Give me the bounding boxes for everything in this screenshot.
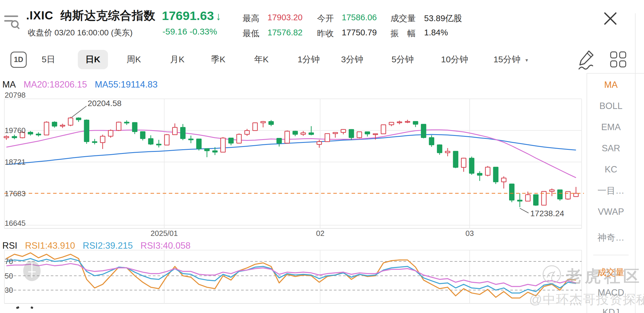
stat-label-最高: 最高 — [243, 13, 259, 24]
x-axis-label: 03 — [446, 229, 493, 238]
stat-value-今开: 17586.06 — [342, 13, 377, 22]
stat-value-振 幅: 1.84% — [424, 28, 448, 37]
indicator-BOLL[interactable]: BOLL — [587, 101, 635, 111]
y-axis-label: 17683 — [5, 189, 26, 198]
kline-chart[interactable] — [0, 0, 644, 313]
stat-label-成交量: 成交量 — [390, 13, 416, 24]
stat-label-最低: 最低 — [243, 28, 259, 39]
annotation-low: 17238.24 — [530, 209, 564, 218]
sub-indicator-成交量[interactable]: 成交量 — [587, 266, 635, 279]
trading-app-window: .IXIC 纳斯达克综合指数 收盘价 03/20 16:00:00 (美东) 1… — [0, 0, 644, 313]
indicator-KC[interactable]: KC — [587, 164, 635, 175]
indicator-MA[interactable]: MA — [587, 80, 635, 90]
indicator-VWAP[interactable]: VWAP — [587, 207, 635, 217]
y-axis-label: 16645 — [5, 219, 26, 228]
sub-indicator-MACD[interactable]: MACD — [587, 287, 635, 298]
x-axis-label: 02 — [297, 229, 343, 238]
indicator-一目…[interactable]: 一目… — [587, 185, 635, 197]
tab-5日[interactable]: 5日 — [34, 50, 63, 69]
annotation-high: 20204.58 — [88, 99, 122, 108]
stat-value-成交量: 53.89亿股 — [424, 13, 462, 24]
indicator-神奇…[interactable]: 神奇… — [587, 232, 635, 244]
tab-15分钟[interactable]: 15分钟▼ — [486, 50, 536, 69]
tab-季K[interactable]: 季K — [203, 50, 233, 69]
sub-indicator-KDJ[interactable]: KDJ — [587, 307, 635, 313]
stat-value-最高: 17903.20 — [267, 13, 303, 22]
stat-label-昨收: 昨收 — [317, 28, 334, 39]
y-axis-label: 20798 — [5, 91, 26, 99]
stat-value-最低: 17576.82 — [267, 28, 303, 37]
y-axis-label: 19760 — [5, 126, 26, 135]
y-axis-label: 18721 — [5, 158, 26, 166]
chevron-down-icon: ▼ — [524, 58, 529, 63]
rsi-axis-label: 30 — [5, 286, 13, 294]
tab-3分钟[interactable]: 3分钟 — [334, 50, 371, 69]
indicator-SAR[interactable]: SAR — [587, 143, 635, 154]
indicator-EMA[interactable]: EMA — [587, 122, 635, 132]
tab-周K[interactable]: 周K — [119, 50, 149, 69]
stat-label-今开: 今开 — [317, 13, 334, 24]
x-axis-label: 2025/01 — [141, 229, 187, 238]
rsi-axis-label: 50 — [5, 272, 13, 280]
tab-日K[interactable]: 日K — [78, 50, 108, 69]
indicator-group-divider — [593, 255, 629, 255]
tab-5分钟[interactable]: 5分钟 — [384, 50, 422, 69]
rsi-axis-label: 70 — [5, 257, 13, 266]
tab-10分钟[interactable]: 10分钟 — [433, 50, 475, 69]
tab-1分钟[interactable]: 1分钟 — [290, 50, 328, 69]
tab-年K[interactable]: 年K — [247, 50, 276, 69]
stat-value-昨收: 17750.79 — [342, 28, 377, 37]
stat-label-振 幅: 振 幅 — [390, 28, 416, 39]
tab-月K[interactable]: 月K — [162, 50, 192, 69]
